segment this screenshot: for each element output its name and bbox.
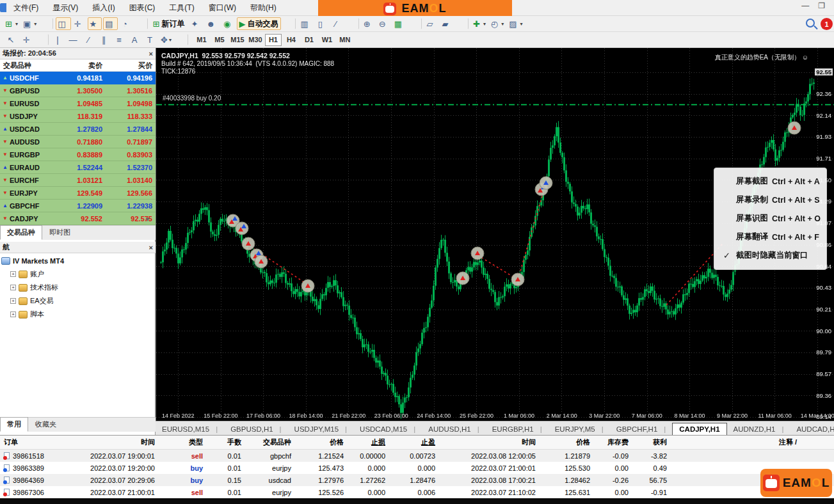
dropdown-arrow-icon[interactable]: ▾: [169, 37, 172, 43]
toolbar-button[interactable]: ▦: [392, 17, 407, 30]
toolbar-button[interactable]: ◉: [221, 17, 236, 30]
col-open-price[interactable]: 价格: [296, 437, 349, 447]
context-menu-item[interactable]: 屏幕截图 Ctrl + Alt + A: [714, 172, 826, 191]
timeframe-button[interactable]: M30: [247, 34, 264, 46]
menu-item[interactable]: 工具(T): [162, 0, 201, 16]
timeframe-button[interactable]: H4: [283, 34, 300, 46]
market-watch-row[interactable]: ▲USDCHF 0.94181 0.94196: [0, 72, 156, 84]
expand-icon[interactable]: +: [10, 285, 16, 290]
toolbar-button[interactable]: ▨ ▾: [507, 17, 524, 30]
line-tool-button[interactable]: ✛: [20, 33, 34, 46]
toolbar-button[interactable]: [134, 18, 148, 29]
order-row[interactable]: 39867306 2022.03.07 21:00:01 sell 0.01 e…: [0, 486, 834, 498]
toolbar-button[interactable]: ▱: [424, 17, 438, 30]
toolbar-button[interactable]: ☻: [204, 17, 220, 30]
menu-item[interactable]: 显示(V): [45, 0, 85, 16]
menu-item[interactable]: 图表(C): [122, 0, 163, 16]
market-watch-row[interactable]: ▲GBPCHF 1.22909 1.22938: [0, 200, 156, 212]
menu-item[interactable]: 帮助(H): [243, 0, 284, 16]
dropdown-arrow-icon[interactable]: ▾: [520, 21, 523, 27]
line-tool-button[interactable]: ∥: [97, 33, 111, 46]
chart-tab[interactable]: AUDCAD,H1: [790, 423, 834, 435]
line-tool-button[interactable]: ↖: [4, 33, 19, 46]
menu-item[interactable]: 文件(F): [6, 0, 45, 16]
order-row[interactable]: 39864369 2022.03.07 20:29:06 buy 0.15 us…: [0, 474, 834, 486]
toolbar-button[interactable]: ◔: [119, 17, 133, 30]
col-take-profit[interactable]: 止盈: [390, 437, 440, 447]
col-lots[interactable]: 手数: [208, 437, 246, 447]
timeframe-button[interactable]: M1: [193, 34, 210, 46]
expand-icon[interactable]: +: [10, 311, 16, 317]
navigator-tab[interactable]: 收藏夹: [28, 417, 63, 432]
line-tool-button[interactable]: ✥ ▾: [159, 33, 173, 46]
col-swap[interactable]: 库存费: [595, 437, 634, 447]
line-tool-button[interactable]: ―: [67, 33, 81, 46]
col-close-time[interactable]: 时间: [440, 437, 541, 447]
timeframe-button[interactable]: MN: [337, 34, 353, 46]
chart-tab[interactable]: EURJPY,M5: [549, 423, 610, 435]
col-open-time[interactable]: 时间: [83, 437, 160, 447]
dropdown-arrow-icon[interactable]: ▾: [34, 21, 36, 27]
market-watch-row[interactable]: ▼CADJPY 92.552 92.575: [0, 212, 156, 225]
toolbar-button[interactable]: ▤: [103, 17, 118, 30]
navigator-item[interactable]: + 技术指标: [1, 281, 155, 294]
col-order[interactable]: 订单: [0, 437, 83, 447]
context-menu-item[interactable]: 屏幕翻译 Ctrl + Alt + F: [714, 228, 826, 246]
notification-badge[interactable]: 1: [821, 18, 833, 30]
toolbar-button[interactable]: ▶ 自动交易: [237, 17, 281, 30]
minimize-button[interactable]: —: [801, 1, 809, 10]
col-type[interactable]: 类型: [160, 437, 208, 447]
toolbar-button[interactable]: [39, 18, 53, 29]
toolbar-button[interactable]: ◫: [56, 17, 70, 30]
col-stop-loss[interactable]: 止损: [349, 437, 390, 447]
search-icon[interactable]: [806, 19, 815, 28]
toolbar-button[interactable]: [282, 18, 296, 29]
expand-icon[interactable]: +: [10, 271, 16, 277]
col-comment[interactable]: 注释 /: [672, 437, 834, 447]
toolbar-button[interactable]: ⊞ 新订单: [150, 17, 188, 30]
line-tool-button[interactable]: T: [143, 33, 157, 46]
col-profit[interactable]: 获利: [634, 437, 672, 447]
dropdown-arrow-icon[interactable]: ▾: [501, 21, 504, 27]
order-row[interactable]: 39861518 2022.03.07 19:00:01 sell 0.01 g…: [0, 450, 834, 462]
restore-button[interactable]: ❐: [818, 1, 825, 10]
context-menu-item[interactable]: ✓ 截图时隐藏当前窗口: [714, 246, 826, 265]
toolbar-button[interactable]: ▥: [298, 17, 313, 30]
toolbar-button[interactable]: ▣ ▾: [21, 17, 38, 30]
col-close-price[interactable]: 价格: [541, 437, 595, 447]
toolbar-button[interactable]: ⊞ ▾: [3, 17, 20, 30]
dropdown-arrow-icon[interactable]: ▾: [483, 21, 486, 27]
menu-item[interactable]: 插入(I): [85, 0, 122, 16]
context-menu-item[interactable]: 屏幕录制 Ctrl + Alt + S: [714, 191, 826, 209]
chart-tab[interactable]: CADJPY,H1: [672, 423, 726, 435]
toolbar-button[interactable]: ⊖: [377, 17, 391, 30]
market-watch-row[interactable]: ▼AUDUSD 0.71880 0.71897: [0, 136, 156, 148]
market-watch-row[interactable]: ▼GBPUSD 1.30500 1.30516: [0, 84, 156, 97]
market-watch-row[interactable]: ▼USDJPY 118.319 118.333: [0, 110, 156, 123]
toolbar-button[interactable]: ✦: [189, 17, 203, 30]
chart-tab[interactable]: USDJPY,M15: [288, 423, 353, 435]
navigator-item[interactable]: + EA交易: [1, 294, 155, 308]
line-tool-button[interactable]: ≡: [113, 33, 127, 46]
market-watch-row[interactable]: ▼EURJPY 129.549 129.566: [0, 187, 156, 200]
navigator-item[interactable]: + 账户: [1, 267, 155, 281]
close-icon[interactable]: ×: [149, 50, 153, 58]
line-tool-button[interactable]: ❘: [51, 33, 65, 46]
market-watch-row[interactable]: ▲USDCAD 1.27820 1.27844: [0, 123, 156, 136]
line-tool-button[interactable]: ∕: [82, 33, 96, 46]
chart-tab[interactable]: USDCAD,M15: [353, 423, 422, 435]
navigator-item[interactable]: + 脚本: [1, 308, 155, 321]
chart-tab[interactable]: GBPUSD,H1: [224, 423, 287, 435]
toolbar-button[interactable]: ✛: [72, 17, 86, 30]
order-row[interactable]: 39863389 2022.03.07 19:20:00 buy 0.01 eu…: [0, 462, 834, 474]
toolbar-button[interactable]: ▰: [440, 17, 454, 30]
menu-item[interactable]: 窗口(W): [202, 0, 243, 16]
context-menu-item[interactable]: 屏幕识图 Ctrl + Alt + O: [714, 209, 826, 228]
toolbar-button[interactable]: [454, 18, 469, 29]
timeframe-button[interactable]: D1: [301, 34, 317, 46]
market-watch-row[interactable]: ▼EURGBP 0.83889 0.83903: [0, 148, 156, 161]
chart-tab[interactable]: AUDUSD,H1: [422, 423, 485, 435]
scroll-up-icon[interactable]: ▲: [145, 61, 150, 67]
column-symbol[interactable]: 交易品种: [0, 61, 56, 70]
toolbar-button[interactable]: ◴ ▾: [489, 17, 506, 30]
